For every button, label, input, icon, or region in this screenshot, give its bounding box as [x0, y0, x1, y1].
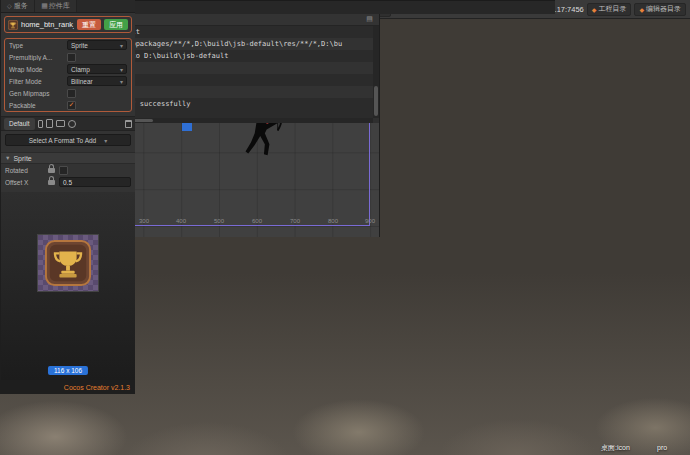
reset-button[interactable]: 重置: [77, 19, 101, 30]
field-label: Premultiply A...: [9, 54, 67, 61]
remove-format-icon[interactable]: [125, 120, 132, 128]
section-collapse-icon: ▼: [5, 155, 10, 161]
field-offset-x: Offset X 0.5: [1, 176, 135, 188]
gen-mipmaps-checkbox[interactable]: [67, 89, 76, 98]
field-rotated: Rotated: [1, 164, 135, 176]
preview-trophy-sprite: [45, 240, 91, 286]
format-select[interactable]: Select A Format To Add ▾: [5, 134, 131, 146]
chevron-down-icon: ▾: [120, 78, 123, 85]
version-label: Cocos Creator v2.1.3: [1, 380, 135, 394]
project-dir-label: 工程目录: [598, 4, 626, 14]
asset-name: home_btn_rank_...: [21, 20, 74, 29]
ruler-x-label: 300: [136, 218, 152, 224]
web-platform-icon[interactable]: [68, 120, 76, 128]
field-type: Type Sprite ▾: [5, 39, 131, 51]
filter-mode-select[interactable]: Bilinear ▾: [67, 76, 127, 86]
asset-thumbnail-icon: [8, 20, 18, 30]
phone-platform-icon[interactable]: [38, 120, 43, 128]
offset-x-input[interactable]: 0.5: [59, 177, 131, 187]
project-dir-button[interactable]: ◆ 工程目录: [587, 3, 632, 16]
tab-service[interactable]: ◇ 服务: [1, 0, 35, 12]
inspector-panel: ◇ 服务 ▦ 控件库 home_btn_rank_... 重置 应用 Type …: [0, 0, 135, 394]
preview-checker-background: [37, 234, 99, 292]
console-vertical-scrollbar[interactable]: [373, 26, 379, 118]
grid-icon: ▦: [41, 0, 49, 11]
field-packable: Packable ✓: [5, 99, 131, 111]
lock-icon: [48, 168, 55, 173]
editor-dir-label: 编辑器目录: [646, 4, 681, 14]
field-label: Filter Mode: [9, 78, 67, 85]
ruler-x-label: 800: [325, 218, 341, 224]
editor-dir-button[interactable]: ◆ 编辑器目录: [634, 3, 686, 16]
field-label: Gen Mipmaps: [9, 90, 67, 97]
diamond-outline-icon: ◇: [7, 2, 12, 9]
rotated-checkbox[interactable]: [59, 166, 68, 175]
platform-bar: Default: [1, 116, 135, 131]
tab-widget-library[interactable]: ▦ 控件库: [35, 0, 77, 12]
diamond-icon: ◆: [592, 6, 597, 13]
desktop-icon-label[interactable]: pro: [657, 444, 667, 451]
field-gen-mipmaps: Gen Mipmaps: [5, 87, 131, 99]
ruler-x-label: 600: [249, 218, 265, 224]
ruler-x-label: 500: [211, 218, 227, 224]
field-wrap-mode: Wrap Mode Clamp ▾: [5, 63, 131, 75]
platform-tab-default[interactable]: Default: [4, 118, 35, 130]
sprite-section-label: Sprite: [13, 155, 31, 162]
filter-mode-value: Bilinear: [71, 78, 93, 85]
desktop-platform-icon[interactable]: [56, 120, 65, 127]
chevron-down-icon: ▾: [120, 42, 123, 49]
chevron-down-icon: ▾: [120, 66, 123, 73]
ruler-x-label: 400: [173, 218, 189, 224]
asset-preview: 116 x 106: [1, 192, 135, 380]
field-label: Offset X: [5, 179, 47, 186]
type-select[interactable]: Sprite ▾: [67, 40, 127, 50]
ruler-x-label: 900: [362, 218, 378, 224]
import-settings-box: Type Sprite ▾ Premultiply A... Wrap Mode…: [4, 38, 132, 112]
desktop: NewProject_1 - db://assets/startScene.fi…: [0, 0, 690, 455]
field-label: Type: [9, 42, 67, 49]
apply-button[interactable]: 应用: [104, 19, 128, 30]
field-filter-mode: Filter Mode Bilinear ▾: [5, 75, 131, 87]
sprite-section-header[interactable]: ▼ Sprite: [1, 152, 135, 164]
scrollbar-thumb[interactable]: [374, 86, 378, 116]
asset-header-box: home_btn_rank_... 重置 应用: [4, 16, 132, 33]
console-settings-icon[interactable]: ▤: [364, 14, 375, 25]
desktop-icon-label[interactable]: 桌面:icon: [601, 443, 630, 453]
field-premultiply: Premultiply A...: [5, 51, 131, 63]
format-select-placeholder: Select A Format To Add: [29, 137, 96, 144]
field-label: Packable: [9, 102, 67, 109]
tab-service-label: 服务: [14, 1, 28, 11]
tab-widget-label: 控件库: [49, 1, 70, 11]
packable-checkbox[interactable]: ✓: [67, 101, 76, 110]
preview-size-badge: 116 x 106: [48, 366, 88, 375]
premultiply-checkbox[interactable]: [67, 53, 76, 62]
tablet-platform-icon[interactable]: [46, 119, 53, 128]
wrap-mode-value: Clamp: [71, 66, 90, 73]
ruler-x-label: 700: [287, 218, 303, 224]
chevron-down-icon: ▾: [104, 137, 107, 144]
field-label: Rotated: [5, 167, 47, 174]
wrap-mode-select[interactable]: Clamp ▾: [67, 64, 127, 74]
diamond-icon: ◆: [639, 6, 644, 13]
field-label: Wrap Mode: [9, 66, 67, 73]
type-value: Sprite: [71, 42, 88, 49]
lock-icon: [48, 180, 55, 185]
